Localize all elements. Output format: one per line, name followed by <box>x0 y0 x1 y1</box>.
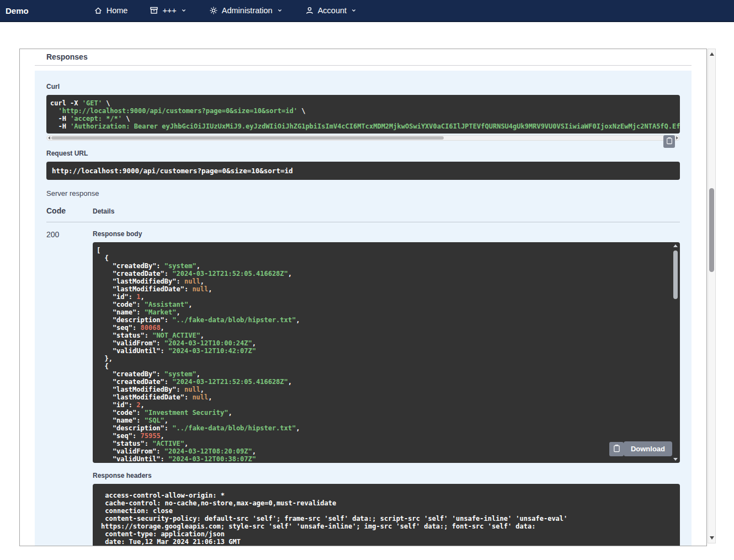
response-details-cell: Response body [ { "createdBy": "system",… <box>93 230 680 546</box>
download-button[interactable]: Download <box>624 441 672 456</box>
gear-icon <box>209 6 218 15</box>
nav-item-administration[interactable]: Administration <box>209 6 283 15</box>
request-url-label: Request URL <box>46 150 680 157</box>
curl-label: Curl <box>46 83 680 90</box>
nav-item-account[interactable]: Account <box>305 6 357 15</box>
nav-item-label: Administration <box>222 6 273 15</box>
response-table-header: Code Details <box>46 201 680 222</box>
home-icon <box>94 6 103 15</box>
curl-command-block: curl -X 'GET' \ 'http://localhost:9000/a… <box>46 95 680 134</box>
response-body-scrollbar-thumb[interactable] <box>673 250 678 299</box>
chevron-down-icon <box>180 7 187 14</box>
chevron-down-icon <box>276 7 283 14</box>
request-url-value: http://localhost:9000/api/customers?page… <box>46 162 680 180</box>
status-code: 200 <box>46 230 93 546</box>
response-body-scrollbar[interactable] <box>673 244 678 461</box>
response-body-block: [ { "createdBy": "system", "createdDate"… <box>93 242 680 463</box>
nav-item-entities[interactable]: +++ <box>150 6 187 15</box>
response-headers-block: access-control-allow-origin: * cache-con… <box>93 484 680 546</box>
entities-icon <box>150 6 158 15</box>
response-body-label: Response body <box>93 230 680 238</box>
page-scrollbar-thumb[interactable] <box>709 188 714 272</box>
server-response-label: Server response <box>46 189 680 198</box>
curl-horizontal-scrollbar[interactable] <box>46 135 680 141</box>
scroll-down-icon[interactable] <box>673 458 678 461</box>
brand-link[interactable]: Demo <box>6 6 29 15</box>
nav-item-label: Account <box>318 6 347 15</box>
responses-title: Responses <box>46 52 680 61</box>
response-headers-label: Response headers <box>93 472 680 479</box>
curl-wrap: curl -X 'GET' \ 'http://localhost:9000/a… <box>46 95 680 141</box>
details-column-header: Details <box>93 207 114 215</box>
swagger-responses-frame: Responses Curl curl -X 'GET' \ 'http://l… <box>19 49 707 546</box>
nav-item-label: +++ <box>162 6 176 15</box>
scroll-up-icon[interactable] <box>673 244 678 247</box>
scroll-up-icon[interactable] <box>710 52 714 56</box>
responses-panel: Curl curl -X 'GET' \ 'http://localhost:9… <box>35 71 692 546</box>
copy-response-button[interactable] <box>609 442 624 456</box>
responses-header: Responses <box>35 49 692 66</box>
nav-item-label: Home <box>107 6 128 15</box>
code-column-header: Code <box>46 206 93 215</box>
user-icon <box>305 6 314 15</box>
clipboard-icon <box>666 137 673 147</box>
response-row-200: 200 Response body [ { "createdBy": "syst… <box>46 222 680 546</box>
chevron-down-icon <box>350 7 357 14</box>
scroll-left-icon[interactable] <box>48 136 50 140</box>
nav-item-home[interactable]: Home <box>94 6 128 15</box>
scroll-down-icon[interactable] <box>710 536 714 540</box>
scroll-right-icon[interactable] <box>676 136 678 140</box>
top-navbar: Demo Home +++ <box>0 0 734 22</box>
curl-scrollbar-thumb[interactable] <box>51 136 444 140</box>
response-body-wrap: [ { "createdBy": "system", "createdDate"… <box>93 242 680 463</box>
copy-curl-button[interactable] <box>663 135 675 148</box>
clipboard-icon <box>613 444 620 455</box>
nav-items: Home +++ Administration <box>94 6 357 15</box>
page-scrollbar[interactable] <box>708 49 716 543</box>
